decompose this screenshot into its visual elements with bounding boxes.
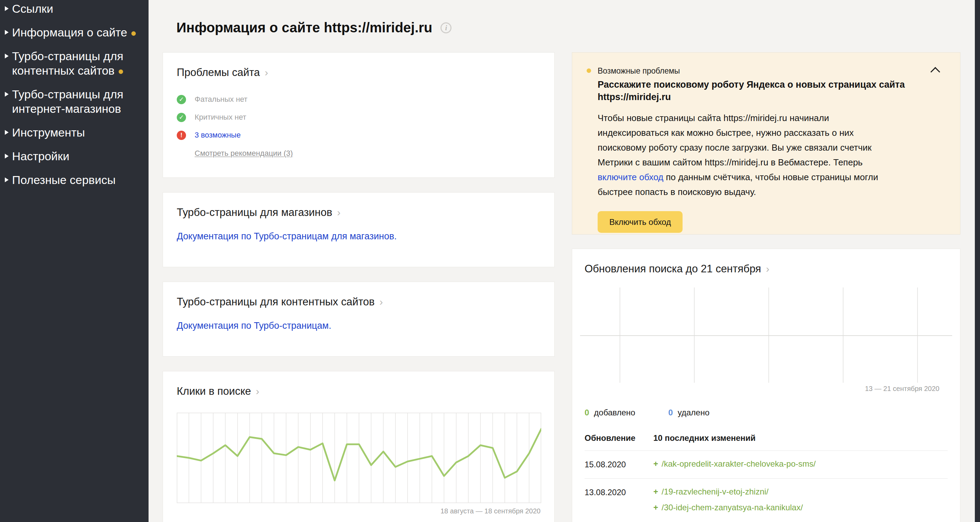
triangle-icon <box>5 54 9 59</box>
chevron-right-icon: › <box>256 385 259 397</box>
sidebar-item-site-info[interactable]: Информация о сайте <box>5 25 142 40</box>
enable-crawl-button[interactable]: Включить обход <box>598 211 682 233</box>
turbo-content-card: Турбо-страницы для контентных сайтов› До… <box>163 282 555 356</box>
search-updates-title[interactable]: Обновления поиска до 21 сентября› <box>585 263 960 275</box>
status-list: ✓ Фатальных нет ✓ Критичных нет ! 3 возм… <box>177 91 541 144</box>
turbo-content-doc-link[interactable]: Документация по Турбо-страницам. <box>177 320 331 331</box>
sidebar-item-links[interactable]: Ссылки <box>5 2 142 16</box>
plus-icon: + <box>653 503 658 512</box>
updates-table-header: Обновление 10 последних изменений <box>585 433 948 451</box>
sidebar: Ссылки Информация о сайте Турбо-страницы… <box>0 0 148 522</box>
sidebar-item-label: Ссылки <box>12 2 53 16</box>
triangle-icon <box>5 130 9 135</box>
removed-count: 0 <box>668 408 673 417</box>
triangle-icon <box>5 92 9 97</box>
table-row: 15.08.2020 +/kak-opredelit-xarakter-chel… <box>585 451 948 479</box>
updates-table: Обновление 10 последних изменений 15.08.… <box>585 433 948 521</box>
webmaster-page: Ссылки Информация о сайте Турбо-страницы… <box>0 0 980 522</box>
sidebar-item-turbo-shops[interactable]: Турбо-страницы для интернет-магазинов <box>5 87 142 116</box>
removed-label: удалено <box>678 408 710 417</box>
notice-heading: Расскажите поисковому роботу Яндекса о н… <box>598 78 942 103</box>
chevron-right-icon: › <box>380 296 383 307</box>
check-circle-icon: ✓ <box>177 113 186 122</box>
chevron-right-icon: › <box>766 263 769 274</box>
status-fatal: ✓ Фатальных нет <box>177 91 541 108</box>
check-circle-icon: ✓ <box>177 95 186 104</box>
sidebar-item-label: Турбо-страницы для интернет-магазинов <box>12 87 142 116</box>
changed-page-link[interactable]: +/19-razvlechenij-v-etoj-zhizni/ <box>653 487 803 497</box>
enable-crawl-link[interactable]: включите обход <box>598 172 663 182</box>
added-label: добавлено <box>594 408 635 417</box>
sidebar-item-turbo-content[interactable]: Турбо-страницы для контентных сайтов <box>5 49 142 78</box>
status-label: Критичных нет <box>195 113 246 122</box>
column-header-update: Обновление <box>585 433 653 443</box>
triangle-icon <box>5 30 9 35</box>
search-clicks-card: Клики в поиске› 18 августа — 18 сентября… <box>163 371 555 522</box>
clicks-date-range: 18 августа — 18 сентября 2020 <box>177 507 541 515</box>
plus-icon: + <box>653 459 658 468</box>
sidebar-item-label: Турбо-страницы для контентных сайтов <box>12 49 142 78</box>
notice-body: Чтобы новые страницы сайта https://mirid… <box>598 111 896 199</box>
added-count: 0 <box>585 408 589 417</box>
clicks-line-chart <box>177 413 541 503</box>
changed-page-link[interactable]: +/kak-opredelit-xarakter-cheloveka-po-sm… <box>653 459 816 469</box>
triangle-icon <box>5 177 9 182</box>
page-title: Информация о сайте https://miridej.ru <box>177 20 432 35</box>
notice-badge: Возможные проблемы <box>598 66 946 76</box>
table-row: 13.08.2020 +/19-razvlechenij-v-etoj-zhiz… <box>585 479 948 521</box>
plus-icon: + <box>653 487 658 496</box>
updates-date-range: 13 — 21 сентября 2020 <box>572 385 960 393</box>
update-date: 15.08.2020 <box>585 459 653 469</box>
warning-dot-icon <box>587 68 591 73</box>
notification-dot-icon <box>131 31 136 36</box>
chevron-right-icon: › <box>337 207 340 218</box>
status-critical: ✓ Критичных нет <box>177 108 541 126</box>
search-updates-card: Обновления поиска до 21 сентября› 13 — 2… <box>572 248 960 522</box>
chevron-right-icon: › <box>265 67 268 78</box>
sidebar-item-tools[interactable]: Инструменты <box>5 125 142 140</box>
update-date: 13.08.2020 <box>585 487 653 512</box>
column-header-changes: 10 последних изменений <box>653 433 756 443</box>
search-clicks-title[interactable]: Клики в поиске› <box>177 385 541 398</box>
recommendations-link[interactable]: Смотреть рекомендации (3) <box>195 149 293 158</box>
changed-page-link[interactable]: +/30-idej-chem-zanyatsya-na-kanikulax/ <box>653 503 803 512</box>
site-problems-card: Проблемы сайта› ✓ Фатальных нет ✓ Критич… <box>163 52 555 178</box>
site-problems-title[interactable]: Проблемы сайта› <box>177 66 541 79</box>
alert-circle-icon: ! <box>177 130 186 140</box>
right-edge-panel <box>975 0 980 522</box>
turbo-shop-card: Турбо-страницы для магазинов› Документац… <box>163 192 555 267</box>
possible-problems-notice-card: Возможные проблемы Расскажите поисковому… <box>572 52 960 234</box>
turbo-shop-title[interactable]: Турбо-страницы для магазинов› <box>177 206 541 219</box>
status-possible: ! 3 возможные <box>177 126 541 144</box>
sidebar-item-label: Информация о сайте <box>12 25 136 40</box>
possible-problems-link[interactable]: 3 возможные <box>195 130 241 140</box>
status-label: Фатальных нет <box>195 95 248 104</box>
triangle-icon <box>5 6 9 11</box>
sidebar-item-services[interactable]: Полезные сервисы <box>5 173 142 187</box>
updates-line-chart <box>580 288 952 383</box>
notification-dot-icon <box>119 70 123 74</box>
turbo-content-title[interactable]: Турбо-страницы для контентных сайтов› <box>177 296 541 308</box>
sidebar-item-settings[interactable]: Настройки <box>5 149 142 163</box>
sidebar-item-label: Полезные сервисы <box>12 173 116 187</box>
triangle-icon <box>5 154 9 159</box>
sidebar-item-label: Настройки <box>12 149 70 163</box>
sidebar-item-label: Инструменты <box>12 125 85 140</box>
info-icon[interactable]: i <box>441 22 452 33</box>
updates-counters: 0 добавлено 0 удалено <box>585 408 960 417</box>
page-header: Информация о сайте https://miridej.ru i <box>177 20 452 35</box>
turbo-shop-doc-link[interactable]: Документация по Турбо-страницам для мага… <box>177 231 397 242</box>
